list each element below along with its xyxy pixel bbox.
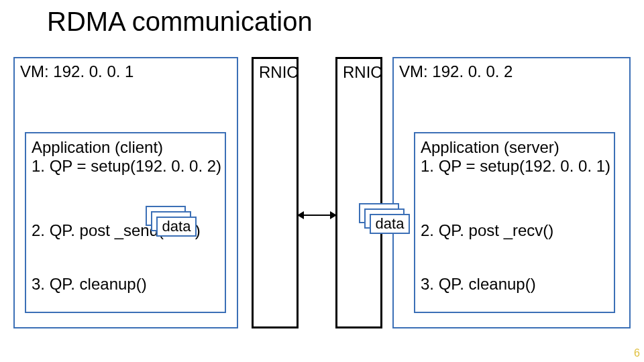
app-client-box: Application (client) 1. QP = setup(192. …	[25, 132, 226, 313]
app-client-header: Application (client)	[32, 137, 163, 158]
vm-right-box: VM: 192. 0. 0. 2 Application (server) 1.…	[392, 57, 631, 328]
rnic-right-box: RNIC	[335, 57, 382, 328]
rnic-left-label: RNIC	[259, 63, 299, 82]
slide-title: RDMA communication	[47, 7, 313, 37]
app-server-step1: 1. QP = setup(192. 0. 0. 1)	[421, 156, 610, 176]
app-server-step2: 2. QP. post _recv()	[421, 221, 553, 241]
app-server-step3: 3. QP. cleanup()	[421, 274, 536, 294]
rnic-right-label: RNIC	[343, 63, 382, 82]
rnic-link-arrow	[299, 215, 335, 216]
rnic-left-box: RNIC	[252, 57, 299, 328]
data-card-right: data	[370, 214, 410, 234]
vm-left-box: VM: 192. 0. 0. 1 Application (client) 1.…	[13, 57, 238, 328]
vm-left-header: VM: 192. 0. 0. 1	[20, 62, 133, 82]
app-server-header: Application (server)	[421, 137, 559, 158]
data-stack-right: data	[359, 203, 406, 237]
page-number: 6	[634, 347, 640, 359]
vm-right-header: VM: 192. 0. 0. 2	[399, 62, 513, 82]
data-card-left: data	[156, 217, 197, 237]
app-client-step1: 1. QP = setup(192. 0. 0. 2)	[32, 156, 221, 176]
app-server-box: Application (server) 1. QP = setup(192. …	[414, 132, 615, 313]
data-stack-left: data	[146, 206, 193, 239]
app-client-step3: 3. QP. cleanup()	[32, 274, 147, 294]
